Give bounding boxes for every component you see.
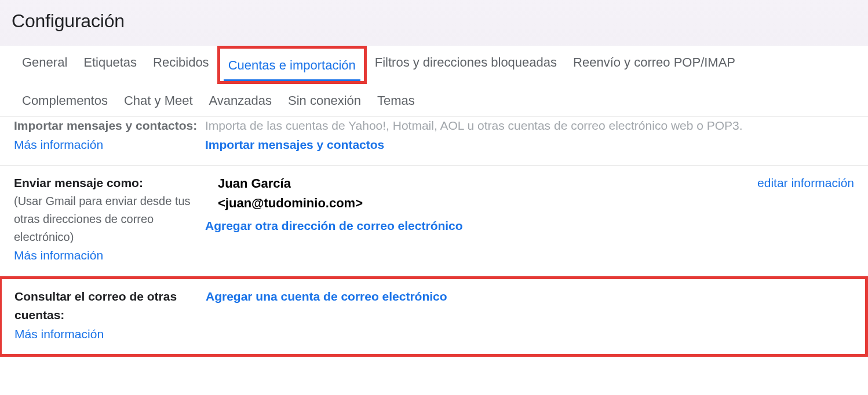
settings-content: Importar mensajes y contactos: Más infor… (0, 117, 868, 357)
section-check-mail-label: Consultar el correo de otras cuentas: Má… (14, 287, 206, 344)
section-send-as-body: Juan García <juan@tudominio.com> Agregar… (205, 174, 746, 265)
tab-reenvio-pop-imap[interactable]: Reenvío y correo POP/IMAP (565, 46, 743, 84)
tab-temas[interactable]: Temas (369, 84, 423, 116)
import-messages-contacts-link[interactable]: Importar mensajes y contactos (205, 138, 384, 151)
section-import-label: Importar mensajes y contactos: Más infor… (14, 119, 205, 155)
send-as-title: Enviar mensaje como: (14, 174, 198, 193)
add-mail-account-link[interactable]: Agregar una cuenta de correo electrónico (206, 290, 447, 303)
settings-tabs: General Etiquetas Recibidos Cuentas e im… (0, 46, 868, 117)
import-description: Importa de las cuentas de Yahoo!, Hotmai… (205, 119, 743, 136)
check-mail-learn-more-link[interactable]: Más información (14, 327, 104, 341)
highlight-check-mail: Consultar el correo de otras cuentas: Má… (0, 276, 868, 357)
tab-general[interactable]: General (14, 46, 75, 84)
section-send-as-actions: editar información (746, 174, 854, 265)
section-send-as: Enviar mensaje como: (Usar Gmail para en… (0, 165, 868, 276)
tab-chat-meet[interactable]: Chat y Meet (116, 84, 201, 116)
tab-sin-conexion[interactable]: Sin conexión (280, 84, 369, 116)
section-check-mail: Consultar el correo de otras cuentas: Má… (2, 279, 515, 354)
header-bar: Configuración (0, 0, 868, 46)
tabs-row-2: Complementos Chat y Meet Avanzadas Sin c… (14, 84, 854, 116)
import-learn-more-link[interactable]: Más información (14, 138, 103, 151)
highlight-accounts-tab: Cuentas e importación (217, 46, 367, 84)
send-as-identity-name: Juan García (218, 174, 746, 193)
send-as-identity-email: <juan@tudominio.com> (218, 193, 746, 213)
section-check-mail-wrapper: Consultar el correo de otras cuentas: Má… (0, 276, 868, 357)
section-send-as-label: Enviar mensaje como: (Usar Gmail para en… (14, 174, 205, 265)
section-check-mail-body: Agregar una cuenta de correo electrónico (206, 287, 501, 344)
tab-complementos[interactable]: Complementos (14, 84, 116, 116)
tab-recibidos[interactable]: Recibidos (145, 46, 217, 84)
import-title: Importar mensajes y contactos: (14, 119, 197, 136)
send-as-subtitle: (Usar Gmail para enviar desde tus otras … (14, 192, 198, 246)
edit-info-link[interactable]: editar información (757, 176, 854, 189)
section-import-body: Importa de las cuentas de Yahoo!, Hotmai… (205, 119, 854, 155)
page-title: Configuración (12, 10, 856, 32)
section-import-messages: Importar mensajes y contactos: Más infor… (0, 117, 868, 165)
send-as-learn-more-link[interactable]: Más información (14, 248, 103, 262)
tab-etiquetas[interactable]: Etiquetas (75, 46, 145, 84)
tab-avanzadas[interactable]: Avanzadas (201, 84, 280, 116)
check-mail-title: Consultar el correo de otras cuentas: (14, 287, 199, 325)
tab-filtros[interactable]: Filtros y direcciones bloqueadas (367, 46, 565, 84)
tab-cuentas-importacion[interactable]: Cuentas e importación (220, 49, 364, 81)
tabs-row-1: General Etiquetas Recibidos Cuentas e im… (14, 46, 854, 84)
add-another-email-link[interactable]: Agregar otra dirección de correo electró… (205, 219, 463, 232)
